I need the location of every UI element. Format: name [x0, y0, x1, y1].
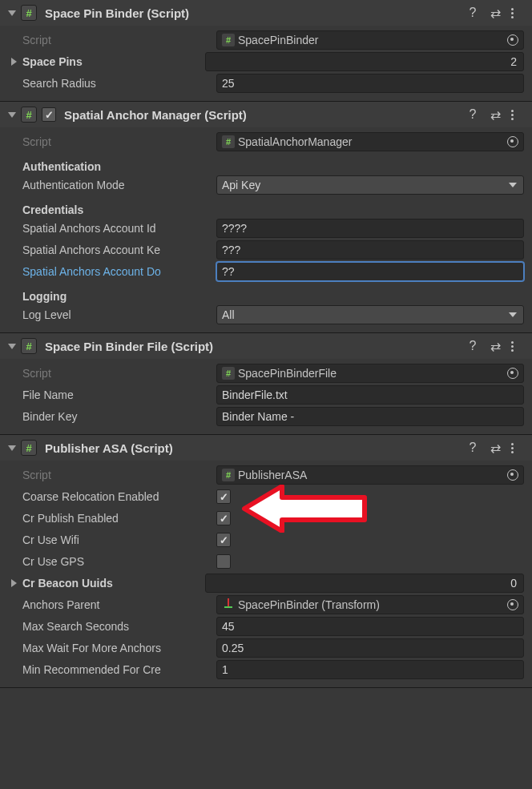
- script-object-field[interactable]: #SpacePinBinder: [216, 30, 524, 50]
- anchors-parent-field[interactable]: SpacePinBinder (Transform): [216, 595, 524, 614]
- context-menu-icon[interactable]: [511, 110, 524, 120]
- log-level-label: Log Level: [22, 308, 216, 321]
- foldout-toggle-icon[interactable]: [8, 445, 16, 451]
- csharp-script-icon: #: [21, 5, 37, 21]
- svg-marker-0: [244, 486, 365, 531]
- credentials-header: Credentials: [22, 203, 524, 216]
- script-value: PublisherASA: [238, 469, 307, 481]
- foldout-toggle-icon[interactable]: [8, 10, 16, 16]
- script-object-field[interactable]: #SpatialAnchorManager: [216, 132, 524, 151]
- auth-mode-dropdown[interactable]: Api Key: [216, 175, 524, 195]
- preset-icon[interactable]: ⇄: [489, 441, 502, 456]
- search-radius-input[interactable]: [216, 74, 524, 93]
- csharp-script-icon: #: [21, 440, 37, 456]
- min-recommended-label: Min Recommended For Cre: [22, 663, 216, 676]
- script-label: Script: [22, 34, 216, 46]
- cr-publish-label: Cr Publish Enabled: [22, 512, 216, 525]
- component-title: Spatial Anchor Manager (Script): [64, 108, 461, 122]
- binder-key-label: Binder Key: [22, 410, 216, 423]
- account-domain-label: Spatial Anchors Account Do: [22, 265, 216, 278]
- binder-key-input[interactable]: [216, 407, 524, 426]
- cr-publish-checkbox[interactable]: [216, 511, 231, 525]
- account-id-input[interactable]: [216, 219, 524, 238]
- preset-icon[interactable]: ⇄: [489, 107, 502, 123]
- context-menu-icon[interactable]: [511, 8, 524, 18]
- help-icon[interactable]: ?: [466, 339, 479, 353]
- component-spatial-anchor-manager: # Spatial Anchor Manager (Script) ? ⇄ Sc…: [0, 102, 532, 333]
- script-object-field[interactable]: #PublisherASA: [216, 465, 524, 485]
- max-wait-input[interactable]: [216, 638, 524, 658]
- script-value: SpacePinBinderFile: [238, 367, 337, 380]
- csharp-script-icon: #: [21, 107, 37, 123]
- beacon-uuids-label: Cr Beacon Uuids: [22, 577, 205, 590]
- component-title: Space Pin Binder (Script): [45, 6, 461, 20]
- search-radius-label: Search Radius: [22, 77, 216, 90]
- object-picker-icon[interactable]: [507, 599, 518, 610]
- component-header[interactable]: # Space Pin Binder File (Script) ? ⇄: [0, 333, 532, 359]
- cr-gps-label: Cr Use GPS: [22, 555, 216, 568]
- cr-gps-checkbox[interactable]: [216, 554, 231, 569]
- component-header[interactable]: # Publisher ASA (Script) ? ⇄: [0, 435, 532, 461]
- coarse-relocation-label: Coarse Relocation Enabled: [22, 490, 216, 503]
- script-label: Script: [22, 367, 216, 380]
- help-icon[interactable]: ?: [466, 441, 479, 455]
- component-title: Space Pin Binder File (Script): [45, 340, 461, 353]
- min-recommended-input[interactable]: [216, 660, 524, 679]
- cr-wifi-label: Cr Use Wifi: [22, 533, 216, 546]
- max-wait-label: Max Wait For More Anchors: [22, 642, 216, 654]
- component-publisher-asa: # Publisher ASA (Script) ? ⇄ Script #Pub…: [0, 435, 532, 688]
- context-menu-icon[interactable]: [511, 341, 524, 352]
- component-header[interactable]: # Space Pin Binder (Script) ? ⇄: [0, 0, 532, 26]
- context-menu-icon[interactable]: [511, 443, 524, 453]
- script-value: SpatialAnchorManager: [238, 135, 352, 148]
- component-title: Publisher ASA (Script): [45, 441, 461, 455]
- logging-header: Logging: [22, 290, 524, 303]
- script-label: Script: [22, 469, 216, 481]
- object-picker-icon[interactable]: [507, 34, 518, 46]
- annotation-arrow-icon: [240, 485, 369, 533]
- max-search-input[interactable]: [216, 617, 524, 636]
- account-key-input[interactable]: [216, 240, 524, 260]
- space-pins-label: Space Pins: [22, 55, 205, 68]
- component-header[interactable]: # Spatial Anchor Manager (Script) ? ⇄: [0, 102, 532, 127]
- preset-icon[interactable]: ⇄: [489, 339, 502, 354]
- array-foldout-icon[interactable]: [11, 579, 17, 587]
- component-space-pin-binder-file: # Space Pin Binder File (Script) ? ⇄ Scr…: [0, 333, 532, 435]
- account-domain-input[interactable]: [216, 262, 524, 281]
- beacon-uuids-count[interactable]: 0: [205, 574, 524, 593]
- anchors-parent-label: Anchors Parent: [22, 598, 216, 611]
- auth-mode-label: Authentication Mode: [22, 179, 216, 191]
- csharp-script-icon: #: [21, 338, 37, 354]
- account-id-label: Spatial Anchors Account Id: [22, 222, 216, 235]
- foldout-toggle-icon[interactable]: [8, 344, 16, 349]
- array-foldout-icon[interactable]: [11, 58, 17, 66]
- component-space-pin-binder: # Space Pin Binder (Script) ? ⇄ Script #…: [0, 0, 532, 102]
- max-search-label: Max Search Seconds: [22, 620, 216, 633]
- space-pins-count[interactable]: 2: [205, 52, 524, 71]
- file-name-label: File Name: [22, 388, 216, 401]
- transform-icon: [222, 598, 235, 611]
- script-value: SpacePinBinder: [238, 34, 318, 46]
- authentication-header: Authentication: [22, 160, 524, 173]
- file-name-input[interactable]: [216, 385, 524, 405]
- component-enable-checkbox[interactable]: [42, 107, 56, 122]
- script-label: Script: [22, 135, 216, 148]
- coarse-relocation-checkbox[interactable]: [216, 489, 231, 504]
- object-picker-icon[interactable]: [507, 136, 518, 147]
- log-level-dropdown[interactable]: All: [216, 305, 524, 324]
- preset-icon[interactable]: ⇄: [489, 6, 502, 21]
- help-icon[interactable]: ?: [466, 107, 479, 122]
- help-icon[interactable]: ?: [466, 6, 479, 20]
- object-picker-icon[interactable]: [507, 469, 518, 481]
- account-key-label: Spatial Anchors Account Ke: [22, 244, 216, 256]
- foldout-toggle-icon[interactable]: [8, 112, 16, 118]
- script-object-field[interactable]: #SpacePinBinderFile: [216, 364, 524, 383]
- object-picker-icon[interactable]: [507, 368, 518, 379]
- cr-wifi-checkbox[interactable]: [216, 533, 231, 547]
